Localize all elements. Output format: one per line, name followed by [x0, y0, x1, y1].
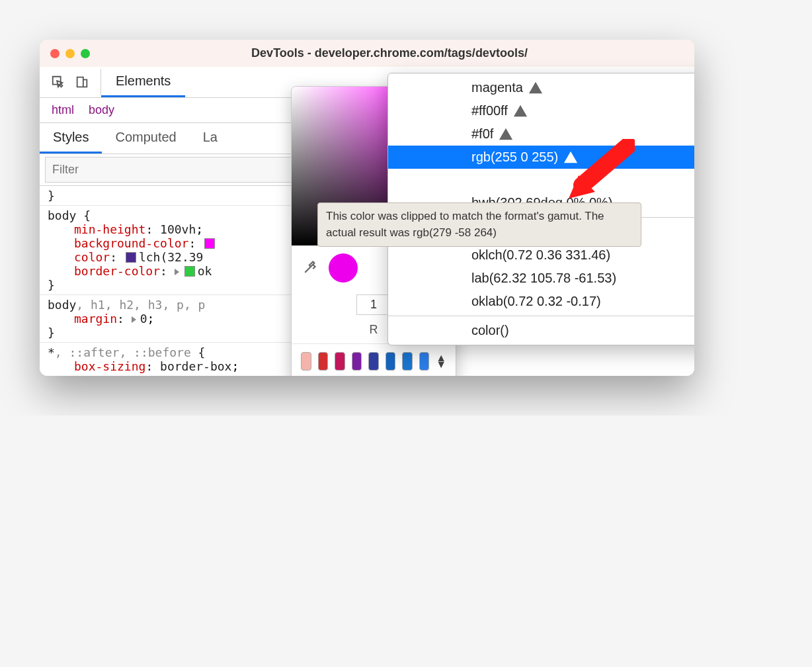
- format-item-color-fn[interactable]: color(): [388, 319, 694, 342]
- gamut-clip-tooltip: This color was clipped to match the form…: [317, 202, 641, 247]
- palette-swatch[interactable]: [386, 352, 396, 371]
- format-item-lab[interactable]: lab(62.32 105.78 -61.53): [388, 267, 694, 290]
- expand-triangle-icon[interactable]: [175, 269, 179, 275]
- warning-icon: [499, 127, 513, 142]
- inspect-element-icon[interactable]: [50, 74, 66, 90]
- expand-triangle-icon[interactable]: [132, 316, 136, 323]
- format-item-magenta[interactable]: magenta: [388, 76, 694, 99]
- devtools-window: DevTools - developer.chrome.com/tags/dev…: [40, 40, 694, 376]
- warning-icon: [513, 104, 528, 118]
- alpha-value[interactable]: 1: [356, 294, 391, 315]
- selector-body[interactable]: body: [48, 208, 76, 222]
- window-title: DevTools - developer.chrome.com/tags/dev…: [95, 46, 684, 60]
- annotation-arrow-icon: [562, 139, 635, 205]
- close-window-button[interactable]: [50, 49, 60, 58]
- panel-tabs: Elements: [101, 67, 185, 97]
- palette-swatch[interactable]: [301, 352, 311, 371]
- elements-tab[interactable]: Elements: [101, 67, 185, 97]
- breadcrumb-body[interactable]: body: [83, 102, 120, 118]
- format-item-hex3[interactable]: #f0f: [388, 122, 694, 146]
- warning-icon: [528, 81, 543, 95]
- current-color-swatch[interactable]: [329, 253, 358, 283]
- palette-swatch[interactable]: [419, 352, 430, 371]
- computed-tab[interactable]: Computed: [102, 123, 189, 154]
- breadcrumb-html[interactable]: html: [46, 102, 79, 118]
- palette-swatch[interactable]: [318, 352, 329, 371]
- eyedropper-icon[interactable]: [302, 258, 319, 279]
- traffic-lights: [50, 49, 90, 58]
- format-item-oklch[interactable]: oklch(0.72 0.36 331.46): [388, 244, 694, 267]
- palette-stepper-icon[interactable]: ▲▼: [436, 355, 446, 368]
- titlebar: DevTools - developer.chrome.com/tags/dev…: [40, 40, 694, 67]
- format-item-rgb[interactable]: rgb(255 0 255): [388, 146, 694, 169]
- color-palette: ▲▼: [292, 343, 456, 376]
- device-toolbar-icon[interactable]: [74, 74, 90, 90]
- minimize-window-button[interactable]: [65, 49, 75, 58]
- palette-swatch[interactable]: [368, 352, 379, 371]
- color-swatch-icon[interactable]: [126, 252, 136, 263]
- color-swatch-icon[interactable]: [204, 238, 215, 249]
- layout-tab[interactable]: La: [190, 123, 231, 154]
- zoom-window-button[interactable]: [81, 49, 90, 58]
- format-item-oklab[interactable]: oklab(0.72 0.32 -0.17): [388, 290, 694, 313]
- palette-swatch[interactable]: [402, 352, 413, 371]
- palette-swatch[interactable]: [352, 352, 362, 371]
- palette-swatch[interactable]: [335, 352, 345, 371]
- styles-tab[interactable]: Styles: [40, 123, 102, 154]
- format-item-hex6[interactable]: #ff00ff: [388, 99, 694, 122]
- color-swatch-icon[interactable]: [184, 266, 195, 277]
